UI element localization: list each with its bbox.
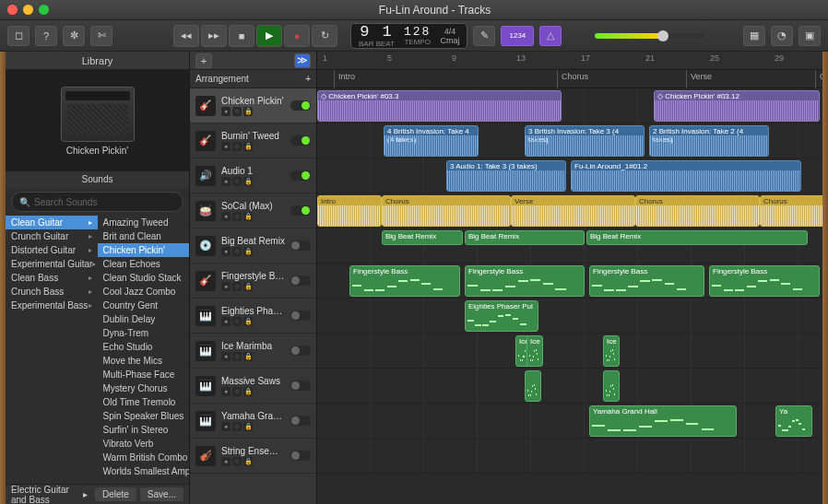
arrangement-header[interactable]: Arrangement + (190, 70, 316, 88)
patch-column[interactable]: Amazing TweedBrit and CleanChicken Picki… (98, 216, 190, 484)
patch-item[interactable]: Amazing Tweed (98, 216, 190, 229)
track-enable-toggle[interactable] (290, 381, 311, 391)
patch-item[interactable]: Dyna-Trem (98, 326, 190, 340)
mute-button[interactable]: ● (221, 457, 231, 466)
mute-button[interactable]: ● (221, 317, 231, 326)
region[interactable]: Ice (526, 335, 543, 367)
patch-item[interactable]: Brit and Clean (98, 229, 190, 243)
solo-button[interactable]: ○ (232, 212, 242, 221)
mute-button[interactable]: ● (221, 107, 231, 116)
track-lane[interactable]: 4 British Invasion: Take 4 (4 takes)3 Br… (317, 123, 822, 158)
track-lane[interactable] (317, 439, 822, 474)
mute-button[interactable]: ● (221, 282, 231, 291)
solo-button[interactable]: ○ (232, 352, 242, 361)
delete-button[interactable]: Delete (95, 487, 136, 501)
solo-button[interactable]: ○ (232, 422, 242, 431)
lock-button[interactable]: 🔒 (243, 247, 253, 256)
track-filter-button[interactable]: ≫ (294, 53, 311, 68)
region[interactable]: Fu-Lin Around_1#01.2 (571, 160, 801, 192)
track-lane[interactable]: IceIceIce (317, 334, 822, 369)
region[interactable]: Chorus (382, 195, 511, 227)
loops-button[interactable]: ◔ (771, 26, 793, 46)
region[interactable]: Yamaha Grand Hall (589, 405, 737, 437)
track-lane[interactable]: Big Beat RemixBig Beat RemixBig Beat Rem… (317, 229, 822, 264)
track-header[interactable]: 🎹 Eighties Phaser Pulse ● ○ 🔒 (190, 299, 316, 334)
region[interactable]: Big Beat Remix (586, 230, 808, 245)
track-enable-toggle[interactable] (290, 311, 311, 321)
track-header[interactable]: 🔊 Audio 1 ● ○ 🔒 (190, 158, 316, 193)
lock-button[interactable]: 🔒 (243, 422, 253, 431)
region[interactable]: Eighties Phaser Pul (465, 300, 538, 332)
stop-button[interactable]: ■ (229, 25, 254, 47)
track-header[interactable]: 🎸 Burnin' Tweed ● ○ 🔒 (190, 123, 316, 158)
region[interactable]: Chorus (760, 195, 822, 227)
track-header[interactable]: 🎹 Massive Saws ● ○ 🔒 (190, 369, 316, 404)
category-item[interactable]: Clean Bass▸ (6, 271, 98, 285)
patch-item[interactable]: Warm British Combo (98, 451, 190, 464)
track-header[interactable]: 💿 Big Beat Remix ● ○ 🔒 (190, 229, 316, 264)
tuner-button[interactable]: △ (539, 26, 562, 46)
region[interactable]: Chorus (635, 195, 760, 227)
minimize-icon[interactable] (23, 5, 33, 15)
patch-item[interactable]: Chicken Pickin' (98, 243, 190, 257)
patch-item[interactable]: Echo Studio (98, 340, 190, 354)
patch-item[interactable]: Mystery Chorus (98, 381, 190, 395)
patch-item[interactable]: Vibrato Verb (98, 437, 190, 451)
track-enable-toggle[interactable] (290, 275, 311, 286)
track-header[interactable]: 🎸 Chicken Pickin' ● ○ 🔒 (190, 88, 316, 123)
region[interactable] (525, 370, 541, 402)
category-item[interactable]: Experimental Guitar▸ (6, 257, 98, 271)
solo-button[interactable]: ○ (232, 387, 242, 396)
library-toggle-button[interactable]: ◻ (7, 26, 30, 46)
save-button[interactable]: Save... (140, 487, 183, 501)
rewind-button[interactable]: ◂◂ (173, 25, 199, 47)
lock-button[interactable]: 🔒 (243, 142, 253, 151)
lcd-display[interactable]: 9 1 BAR BEAT 128 TEMPO 4/4 Cmaj (350, 23, 467, 49)
lock-button[interactable]: 🔒 (243, 387, 253, 396)
region[interactable]: Verse (511, 195, 635, 227)
add-marker-button[interactable]: + (305, 74, 311, 84)
region[interactable]: Fingerstyle Bass (709, 265, 820, 297)
lock-button[interactable]: 🔒 (243, 352, 253, 361)
track-enable-toggle[interactable] (290, 205, 311, 216)
arrangement-marker[interactable]: Verse (686, 70, 716, 88)
region[interactable]: 3 British Invasion: Take 3 (4 takes) (525, 125, 645, 157)
track-header[interactable]: 🎹 Yamaha Grand Hall ● ○ 🔒 (190, 404, 316, 439)
region[interactable]: Fingerstyle Bass (349, 265, 460, 297)
track-enable-toggle[interactable] (290, 170, 311, 181)
region[interactable]: Intro (317, 195, 382, 227)
arrangement-marker[interactable]: Chorus (815, 70, 822, 88)
region[interactable]: 2 British Invasion: Take 2 (4 takes) (649, 125, 769, 157)
track-header[interactable]: 🎸 Fingerstyle Bass ● ○ 🔒 (190, 264, 316, 299)
forward-button[interactable]: ▸▸ (201, 25, 227, 47)
solo-button[interactable]: ○ (232, 457, 242, 466)
category-item[interactable]: Distorted Guitar▸ (6, 243, 98, 257)
patch-item[interactable]: Dublin Delay (98, 312, 190, 326)
settings-button[interactable]: ✼ (63, 26, 85, 46)
region[interactable] (603, 370, 620, 402)
region[interactable]: Ice (603, 335, 620, 367)
solo-button[interactable]: ○ (232, 107, 242, 116)
category-item[interactable]: Clean Guitar▸ (6, 216, 98, 229)
mute-button[interactable]: ● (221, 142, 231, 151)
media-button[interactable]: ▣ (798, 26, 821, 46)
quick-help-button[interactable]: ? (35, 26, 57, 46)
solo-button[interactable]: ○ (232, 247, 242, 256)
region[interactable]: Fingerstyle Bass (589, 265, 704, 297)
mute-button[interactable]: ● (221, 177, 231, 186)
search-input[interactable]: 🔍 Search Sounds (11, 192, 183, 212)
region[interactable]: Big Beat Remix (465, 230, 585, 245)
region[interactable]: Ya (775, 405, 812, 437)
region[interactable]: Fingerstyle Bass (465, 265, 585, 297)
master-volume-slider[interactable] (595, 33, 705, 39)
mute-button[interactable]: ● (221, 352, 231, 361)
play-button[interactable]: ▶ (256, 25, 282, 47)
track-enable-toggle[interactable] (290, 451, 311, 461)
mute-button[interactable]: ● (221, 387, 231, 396)
record-button[interactable]: ● (284, 25, 310, 47)
patch-item[interactable]: Worlds Smallest Amp (98, 464, 190, 478)
patch-item[interactable]: Spin Speaker Blues (98, 409, 190, 423)
patch-item[interactable]: Move the Mics (98, 354, 190, 368)
category-item[interactable]: Crunch Guitar▸ (6, 229, 98, 243)
patch-item[interactable]: Clean Echoes (98, 257, 190, 271)
